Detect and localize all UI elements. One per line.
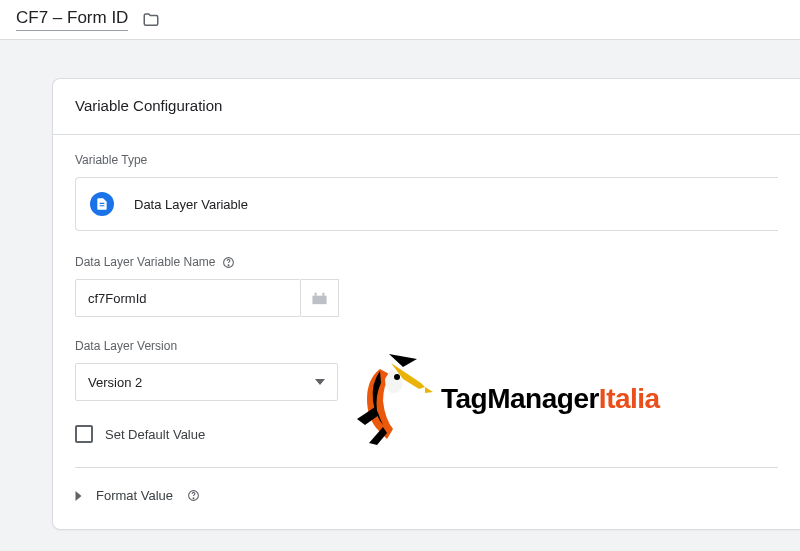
- format-value-row[interactable]: Format Value: [75, 468, 778, 529]
- variable-type-value: Data Layer Variable: [134, 197, 248, 212]
- help-icon[interactable]: [187, 489, 200, 502]
- chevron-right-icon: [75, 491, 82, 501]
- variable-name-input[interactable]: CF7 – Form ID: [16, 8, 128, 31]
- chevron-down-icon: [315, 379, 325, 385]
- top-bar: CF7 – Form ID: [0, 0, 800, 40]
- folder-icon[interactable]: [142, 11, 160, 29]
- watermark: TagManagerItalia: [347, 349, 660, 449]
- dlv-version-select[interactable]: Version 2: [75, 363, 338, 401]
- set-default-value-label: Set Default Value: [105, 427, 205, 442]
- config-card: Variable Configuration Variable Type Dat…: [52, 78, 800, 530]
- data-layer-icon: [90, 192, 114, 216]
- set-default-value-checkbox[interactable]: [75, 425, 93, 443]
- svg-point-3: [193, 498, 194, 499]
- woodpecker-logo-icon: [347, 349, 433, 449]
- workspace: Variable Configuration Variable Type Dat…: [0, 40, 800, 551]
- svg-point-4: [394, 374, 400, 380]
- help-icon[interactable]: [222, 256, 235, 269]
- dlv-name-input[interactable]: [75, 279, 301, 317]
- svg-point-1: [228, 264, 229, 265]
- variable-type-selector[interactable]: Data Layer Variable: [75, 177, 778, 231]
- format-value-label: Format Value: [96, 488, 173, 503]
- card-title: Variable Configuration: [53, 79, 800, 135]
- variable-type-label: Variable Type: [75, 153, 778, 167]
- dlv-name-label: Data Layer Variable Name: [75, 255, 778, 269]
- card-body: Variable Type Data Layer Variable Data L…: [53, 135, 800, 529]
- watermark-text: TagManagerItalia: [441, 383, 660, 415]
- insert-variable-button[interactable]: [301, 279, 339, 317]
- select-value: Version 2: [88, 375, 142, 390]
- title-area: CF7 – Form ID: [16, 8, 160, 31]
